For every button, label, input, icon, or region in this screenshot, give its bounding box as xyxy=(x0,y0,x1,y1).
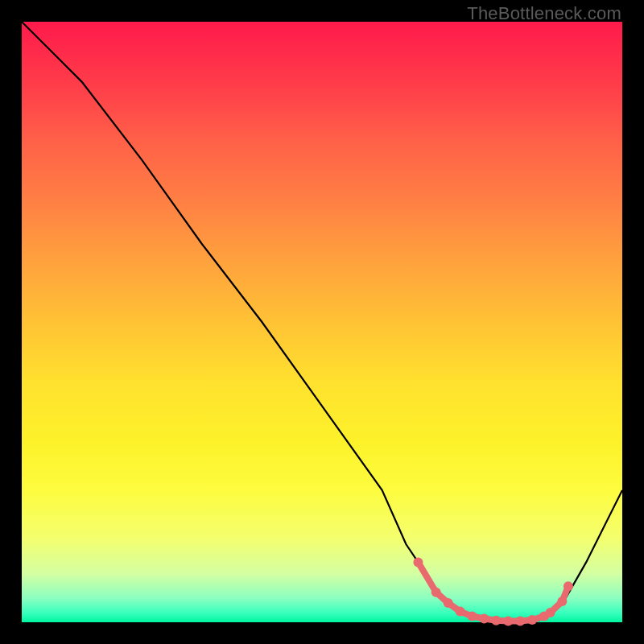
marker-dot xyxy=(456,607,465,617)
marker-dot xyxy=(515,617,525,626)
watermark-text: TheBottleneck.com xyxy=(467,3,621,24)
marker-dot xyxy=(527,615,537,625)
marker-dot xyxy=(444,598,453,608)
marker-dot xyxy=(564,581,573,591)
chart-frame xyxy=(22,22,622,622)
marker-dot xyxy=(479,614,489,624)
marker-dot xyxy=(431,588,441,597)
marker-dot xyxy=(413,557,423,567)
marker-dot xyxy=(546,608,555,617)
marker-dot xyxy=(557,597,567,606)
chart-svg xyxy=(22,22,622,622)
bottleneck-curve xyxy=(22,22,622,621)
marker-dot xyxy=(468,612,477,621)
marker-dots-group xyxy=(413,557,573,625)
marker-dot xyxy=(491,616,501,625)
marker-dot xyxy=(503,617,513,626)
